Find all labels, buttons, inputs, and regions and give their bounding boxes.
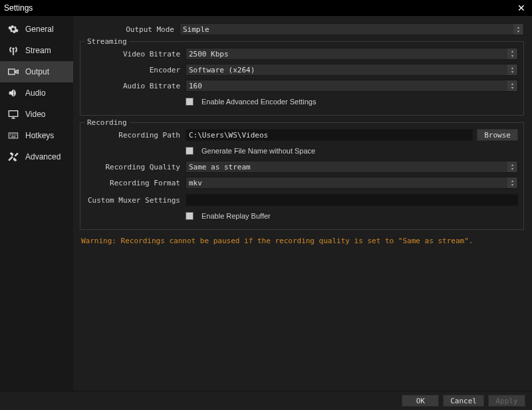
sidebar-item-general[interactable]: General: [0, 19, 73, 40]
muxer-input[interactable]: [186, 194, 518, 206]
sidebar-item-label: Hotkeys: [25, 131, 54, 140]
recording-path-label: Recording Path: [86, 131, 186, 140]
tools-icon: [7, 152, 20, 162]
recording-group: Recording Recording Path Browse Generate…: [80, 122, 524, 230]
audio-bitrate-label: Audio Bitrate: [86, 82, 186, 90]
sidebar-item-hotkeys[interactable]: Hotkeys: [0, 125, 73, 146]
encoder-label: Encoder: [86, 66, 186, 74]
footer: OK Cancel Apply: [0, 391, 532, 410]
sidebar-item-advanced[interactable]: Advanced: [0, 146, 73, 167]
close-icon[interactable]: ✕: [515, 3, 528, 13]
cancel-button[interactable]: Cancel: [443, 395, 484, 407]
sidebar: General Stream Output Audio Video: [0, 16, 73, 391]
sidebar-item-audio[interactable]: Audio: [0, 82, 73, 104]
sidebar-item-output[interactable]: Output: [0, 61, 73, 82]
output-icon: [7, 66, 20, 77]
sidebar-item-label: Stream: [25, 46, 51, 55]
sidebar-item-label: Video: [25, 110, 45, 119]
warning-text: Warning: Recordings cannot be paused if …: [81, 237, 523, 245]
spinner-updown-icon[interactable]: ▴▾: [507, 49, 517, 59]
no-space-checkbox-label: Generate File Name without Space: [201, 147, 315, 155]
sidebar-item-label: Advanced: [25, 152, 61, 161]
antenna-icon: [7, 45, 20, 56]
sidebar-item-label: Audio: [25, 88, 46, 98]
streaming-group: Streaming Video Bitrate ▴▾ Encoder ▴▾: [80, 41, 524, 116]
audio-bitrate-select[interactable]: [186, 80, 518, 92]
browse-button[interactable]: Browse: [477, 129, 518, 141]
chevron-updown-icon[interactable]: ▴▾: [507, 64, 517, 75]
no-space-checkbox[interactable]: [186, 147, 194, 155]
recording-format-select[interactable]: [186, 177, 518, 189]
advanced-encoder-checkbox[interactable]: [186, 98, 194, 106]
encoder-select[interactable]: [186, 64, 518, 76]
output-mode-row: Output Mode ▴▾: [80, 23, 524, 36]
chevron-updown-icon[interactable]: ▴▾: [507, 161, 517, 172]
muxer-label: Custom Muxer Settings: [86, 196, 186, 205]
recording-quality-label: Recording Quality: [86, 163, 186, 171]
recording-format-label: Recording Format: [86, 179, 186, 187]
replay-buffer-checkbox-label: Enable Replay Buffer: [201, 212, 271, 220]
output-mode-label: Output Mode: [80, 25, 180, 34]
video-bitrate-label: Video Bitrate: [86, 50, 186, 58]
recording-quality-select[interactable]: [186, 161, 518, 173]
video-bitrate-spinner[interactable]: [186, 48, 518, 60]
chevron-updown-icon[interactable]: ▴▾: [513, 24, 523, 35]
titlebar: Settings ✕: [0, 0, 532, 16]
recording-title: Recording: [84, 118, 130, 127]
streaming-title: Streaming: [84, 37, 130, 46]
chevron-updown-icon[interactable]: ▴▾: [507, 80, 517, 91]
svg-rect-1: [9, 111, 17, 117]
chevron-updown-icon[interactable]: ▴▾: [507, 177, 517, 188]
monitor-icon: [7, 109, 20, 120]
sidebar-item-stream[interactable]: Stream: [0, 40, 73, 61]
advanced-encoder-checkbox-label: Enable Advanced Encoder Settings: [201, 98, 316, 106]
replay-buffer-checkbox[interactable]: [186, 212, 194, 220]
apply-button[interactable]: Apply: [488, 395, 525, 407]
output-mode-select[interactable]: [180, 23, 524, 35]
sidebar-item-video[interactable]: Video: [0, 104, 73, 125]
svg-rect-0: [9, 69, 15, 74]
ok-button[interactable]: OK: [402, 395, 439, 407]
speaker-icon: [7, 88, 20, 98]
sidebar-item-label: Output: [25, 67, 49, 76]
window-title: Settings: [4, 3, 33, 13]
main-panel: Output Mode ▴▾ Streaming Video Bitrate ▴…: [73, 16, 532, 391]
keyboard-icon: [7, 130, 20, 141]
sidebar-item-label: General: [25, 25, 54, 34]
gear-icon: [7, 24, 20, 35]
recording-path-input[interactable]: [186, 129, 473, 141]
